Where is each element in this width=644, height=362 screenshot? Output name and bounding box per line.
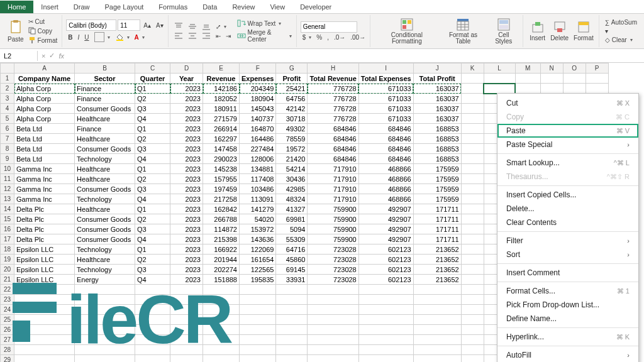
- cell-M2[interactable]: [515, 84, 540, 94]
- cell-J3[interactable]: 163037: [413, 94, 461, 104]
- cell-K22[interactable]: [461, 285, 484, 295]
- cell-I10[interactable]: 468866: [358, 164, 413, 174]
- cm-define-name[interactable]: Define Name...: [497, 312, 638, 326]
- cell-G12[interactable]: 42985: [276, 184, 308, 194]
- col-header-E[interactable]: E: [203, 63, 240, 74]
- cell-K24[interactable]: [461, 305, 484, 315]
- cell-G14[interactable]: 41327: [276, 204, 308, 214]
- tab-view[interactable]: View: [262, 1, 292, 13]
- cell-I9[interactable]: 684846: [358, 154, 413, 164]
- cell-E6[interactable]: 266914: [203, 124, 240, 134]
- cell-J17[interactable]: 171711: [413, 234, 461, 244]
- cell-B6[interactable]: Finance: [75, 124, 135, 134]
- cell-D14[interactable]: 2023: [170, 204, 203, 214]
- cell-J25[interactable]: [413, 315, 461, 325]
- cell-C13[interactable]: Q4: [135, 194, 170, 204]
- cm-hyperlink[interactable]: Hyperlink...⌘ K: [497, 330, 638, 344]
- cell-F19[interactable]: 161654: [240, 255, 276, 265]
- cell-C12[interactable]: Q3: [135, 184, 170, 194]
- header-cell[interactable]: Company Name: [14, 74, 75, 84]
- cell-F27[interactable]: [240, 335, 276, 345]
- row-header-7[interactable]: 7: [1, 134, 14, 144]
- cell-D15[interactable]: 2023: [170, 214, 203, 224]
- cell-G24[interactable]: [276, 305, 308, 315]
- cell-G18[interactable]: 64716: [276, 244, 308, 255]
- cell-I11[interactable]: 468866: [358, 174, 413, 184]
- row-header-4[interactable]: 4: [1, 104, 14, 114]
- col-header-O[interactable]: O: [563, 63, 586, 74]
- cell-E18[interactable]: 166922: [203, 244, 240, 255]
- cell-G16[interactable]: 5094: [276, 224, 308, 234]
- cm-comment[interactable]: Insert Comment: [497, 266, 638, 280]
- cell-J7[interactable]: 168853: [413, 134, 461, 144]
- cm-paste-special[interactable]: Paste Special›: [497, 138, 638, 151]
- cell-L2[interactable]: [484, 84, 515, 94]
- cell-F16[interactable]: 153972: [240, 224, 276, 234]
- cell-J26[interactable]: [413, 325, 461, 335]
- cell-D5[interactable]: 2023: [170, 114, 203, 124]
- cell-E17[interactable]: 215398: [203, 234, 240, 244]
- row-header-6[interactable]: 6: [1, 124, 14, 134]
- cell-H25[interactable]: [308, 315, 358, 325]
- cell-E15[interactable]: 266788: [203, 214, 240, 224]
- header-cell[interactable]: [563, 74, 586, 84]
- cell-H6[interactable]: 684846: [308, 124, 358, 134]
- cell-B11[interactable]: Healthcare: [75, 174, 135, 184]
- cell-F13[interactable]: 113091: [240, 194, 276, 204]
- cell-E7[interactable]: 162297: [203, 134, 240, 144]
- cell-K12[interactable]: [461, 184, 484, 194]
- cell-J27[interactable]: [413, 335, 461, 345]
- paste-button[interactable]: Paste: [5, 18, 26, 44]
- cell-J19[interactable]: 213652: [413, 255, 461, 265]
- font-name-select[interactable]: [66, 19, 116, 31]
- cell-H18[interactable]: 723028: [308, 244, 358, 255]
- cell-K25[interactable]: [461, 315, 484, 325]
- underline-button[interactable]: U: [82, 33, 91, 41]
- cell-A3[interactable]: Alpha Corp: [14, 94, 75, 104]
- cell-J13[interactable]: 175959: [413, 194, 461, 204]
- bold-button[interactable]: B: [66, 33, 74, 41]
- cell-K15[interactable]: [461, 214, 484, 224]
- fx-icon[interactable]: fx: [58, 52, 64, 60]
- cell-I3[interactable]: 671033: [358, 94, 413, 104]
- cell-C9[interactable]: Q4: [135, 154, 170, 164]
- cell-J8[interactable]: 168853: [413, 144, 461, 154]
- cm-thesaurus[interactable]: Thesaurus...^⌘⇧ R: [497, 170, 638, 184]
- cell-D11[interactable]: 2023: [170, 174, 203, 184]
- format-as-table-button[interactable]: Format as Table: [440, 17, 487, 46]
- cell-K27[interactable]: [461, 335, 484, 345]
- cell-I28[interactable]: [358, 345, 413, 355]
- cell-B14[interactable]: Healthcare: [75, 204, 135, 214]
- cell-F5[interactable]: 140737: [240, 114, 276, 124]
- cell-I8[interactable]: 684846: [358, 144, 413, 154]
- cell-H15[interactable]: 759900: [308, 214, 358, 224]
- format-cells-button[interactable]: Format: [571, 19, 596, 43]
- cell-I15[interactable]: 492907: [358, 214, 413, 224]
- increase-font-button[interactable]: A▴: [142, 21, 153, 30]
- cell-J12[interactable]: 175959: [413, 184, 461, 194]
- cell-G6[interactable]: 49302: [276, 124, 308, 134]
- cell-G9[interactable]: 21420: [276, 154, 308, 164]
- cell-K6[interactable]: [461, 124, 484, 134]
- cell-C5[interactable]: Q4: [135, 114, 170, 124]
- cell-B9[interactable]: Technology: [75, 154, 135, 164]
- col-header-L[interactable]: L: [484, 63, 515, 74]
- cell-I12[interactable]: 468866: [358, 184, 413, 194]
- decrease-font-button[interactable]: A▾: [154, 21, 165, 30]
- col-header-K[interactable]: K: [461, 63, 484, 74]
- cell-J18[interactable]: 213652: [413, 244, 461, 255]
- italic-button[interactable]: I: [75, 33, 81, 41]
- cell-K14[interactable]: [461, 204, 484, 214]
- increase-indent-button[interactable]: ⇥: [224, 32, 233, 40]
- cell-I14[interactable]: 492907: [358, 204, 413, 214]
- cell-I16[interactable]: 492907: [358, 224, 413, 234]
- cell-J10[interactable]: 175959: [413, 164, 461, 174]
- align-left-button[interactable]: [172, 31, 185, 40]
- font-color-button[interactable]: A▾: [133, 33, 147, 41]
- cell-C11[interactable]: Q2: [135, 174, 170, 184]
- cell-I25[interactable]: [358, 315, 413, 325]
- header-cell[interactable]: Quarter: [135, 74, 170, 84]
- col-header-I[interactable]: I: [358, 63, 413, 74]
- cell-H10[interactable]: 717910: [308, 164, 358, 174]
- cell-B8[interactable]: Consumer Goods: [75, 144, 135, 154]
